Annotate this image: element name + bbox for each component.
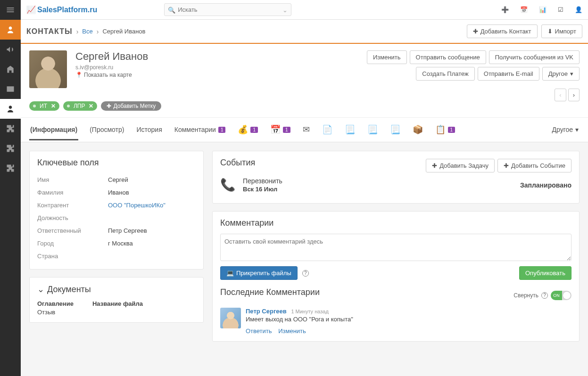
search-input[interactable]: [164, 3, 291, 16]
tag-remove-icon[interactable]: ✕: [51, 103, 56, 109]
moneybag-icon: 💰: [238, 124, 248, 135]
chevron-left-icon: ‹: [559, 91, 561, 98]
event-row[interactable]: 📞 Перезвонить Вск 16 Июл Запланировано: [220, 173, 571, 196]
tabstrip: (Информация) (Просмотр) История Коммента…: [21, 118, 588, 142]
label-position: Должность: [37, 214, 108, 221]
calendar-icon[interactable]: 📅: [520, 6, 528, 13]
tab-views[interactable]: (Просмотр): [89, 119, 125, 140]
create-payment-button[interactable]: Создать Платеж: [416, 67, 474, 81]
tags-row: ИТ✕ ЛПР✕ ✚Добавить Метку: [21, 93, 588, 118]
comment-item: Петр Сергеев 1 Минуту назад Имеет выход …: [220, 308, 571, 335]
import-button[interactable]: ⬇Импорт: [541, 25, 582, 38]
send-message-button[interactable]: Отправить сообщение: [410, 50, 486, 64]
other-dropdown[interactable]: Другое ▾: [542, 67, 580, 81]
prev-record-button[interactable]: ‹: [555, 89, 566, 101]
map-link[interactable]: 📍Показать на карте: [75, 72, 148, 78]
breadcrumb: КОНТАКТЫ › Все › Сергей Иванов: [26, 27, 146, 36]
comment-input[interactable]: [220, 234, 571, 261]
value-last-name[interactable]: Иванов: [108, 189, 129, 196]
add-tag-button[interactable]: ✚Добавить Метку: [101, 101, 161, 111]
edit-button[interactable]: Изменить: [367, 50, 407, 64]
sidebar-item-puzzle-1[interactable]: [0, 119, 21, 139]
search-icon: 🔍: [168, 7, 175, 14]
documents-heading[interactable]: ⌄Документы: [37, 284, 196, 294]
breadcrumb-current: Сергей Иванов: [102, 28, 145, 35]
attach-files-button[interactable]: 💻Прикрепить файлы: [220, 266, 298, 280]
comment-edit-link[interactable]: Изменить: [278, 327, 306, 335]
tag-lpr[interactable]: ЛПР✕: [63, 101, 98, 111]
help-icon[interactable]: ?: [302, 270, 309, 277]
tag-remove-icon[interactable]: ✕: [89, 103, 93, 109]
envelope-icon: ✉: [303, 124, 310, 135]
documents-panel: ⌄Документы Оглавление Отзыв Название фай…: [29, 277, 204, 323]
search-dropdown-icon[interactable]: ⌄: [282, 7, 288, 14]
comments-panel: Комментарии 💻Прикрепить файлы ? Опублико…: [212, 211, 580, 342]
caret-down-icon: ▾: [575, 126, 579, 133]
left-sidebar: [0, 0, 21, 376]
value-city[interactable]: г Москва: [108, 240, 133, 247]
module-title[interactable]: КОНТАКТЫ: [26, 27, 73, 36]
chart-up-icon: 📈: [26, 5, 36, 14]
next-record-button[interactable]: ›: [568, 89, 580, 101]
docs-toc-value[interactable]: Отзыв: [37, 309, 74, 316]
comment-reply-link[interactable]: Ответить: [246, 327, 272, 335]
add-task-button[interactable]: ✚Добавить Задачу: [426, 159, 495, 172]
stats-icon[interactable]: 📊: [539, 6, 547, 13]
comment-text: Имеет выход на ООО "Рога и копыта": [246, 316, 353, 323]
sidebar-item-campaigns[interactable]: [0, 40, 21, 59]
tab-mail[interactable]: ✉: [302, 118, 311, 142]
tab-page1[interactable]: 📃: [344, 118, 356, 142]
contact-avatar[interactable]: [29, 50, 67, 88]
get-vk-button[interactable]: Получить сообщения из VK: [489, 50, 580, 64]
collapse-toggle[interactable]: ON: [551, 291, 571, 300]
value-owner[interactable]: Петр Сергеев: [108, 227, 147, 234]
logo-text: SalesPlatform.ru: [37, 6, 97, 14]
breadcrumb-all[interactable]: Все: [82, 28, 92, 35]
page-icon: 📃: [390, 124, 400, 135]
tab-money[interactable]: 💰1: [237, 118, 259, 142]
comment-author[interactable]: Петр Сергеев: [246, 308, 287, 315]
tab-clip[interactable]: 📋1: [434, 118, 456, 142]
value-account[interactable]: ООО "ПорешкоИКо": [108, 202, 166, 209]
tag-it[interactable]: ИТ✕: [29, 101, 59, 111]
add-icon[interactable]: ➕: [501, 6, 509, 13]
caret-down-icon: ▾: [570, 70, 573, 77]
add-event-button[interactable]: ✚Добавить Событие: [497, 159, 571, 172]
label-last-name: Фамилия: [37, 189, 108, 196]
sidebar-item-puzzle-2[interactable]: [0, 139, 21, 158]
sidebar-item-person[interactable]: [0, 99, 21, 119]
user-icon[interactable]: 👤: [575, 6, 582, 13]
toggle-on-label: ON: [551, 291, 562, 300]
contact-email[interactable]: s.iv@poresk.ru: [75, 64, 148, 71]
tab-docs[interactable]: 📄: [321, 118, 333, 142]
tab-page2[interactable]: 📃: [366, 118, 379, 142]
tab-box[interactable]: 📦: [412, 118, 424, 142]
collapse-label: Свернуть: [513, 292, 538, 299]
logo[interactable]: 📈 SalesPlatform.ru: [26, 5, 97, 14]
docs-col-toc: Оглавление: [37, 300, 74, 307]
comments-badge: 1: [218, 127, 226, 133]
tab-info[interactable]: (Информация): [29, 119, 78, 140]
sidebar-item-puzzle-3[interactable]: [0, 158, 21, 178]
tab-comments[interactable]: Комментарии1: [174, 119, 227, 140]
send-email-button[interactable]: Отправить E-mail: [478, 67, 539, 81]
event-status: Запланировано: [520, 181, 571, 189]
event-title: Перезвонить: [243, 177, 513, 185]
tab-history[interactable]: История: [135, 119, 163, 140]
sidebar-item-contacts[interactable]: [0, 20, 21, 40]
label-country: Страна: [37, 253, 108, 260]
tab-calendar[interactable]: 📅1: [269, 118, 291, 142]
tasks-icon[interactable]: ☑: [558, 6, 563, 13]
tab-other[interactable]: Другое ▾: [551, 119, 580, 140]
publish-button[interactable]: Опубликовать: [519, 266, 571, 280]
menu-icon[interactable]: [0, 0, 21, 20]
sidebar-item-cards[interactable]: [0, 79, 21, 99]
comment-avatar[interactable]: [220, 308, 241, 328]
sidebar-item-accounts[interactable]: [0, 59, 21, 79]
value-first-name[interactable]: Сергей: [108, 176, 128, 183]
tab-page3[interactable]: 📃: [389, 118, 401, 142]
help-icon[interactable]: ?: [541, 292, 548, 299]
label-first-name: Имя: [37, 176, 108, 183]
events-heading: События: [220, 158, 426, 168]
add-contact-button[interactable]: ✚Добавить Контакт: [467, 25, 538, 38]
